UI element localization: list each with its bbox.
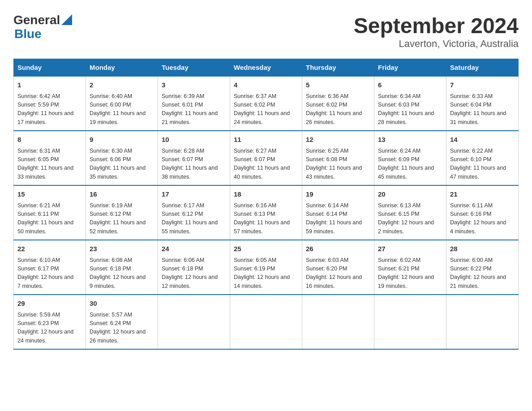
table-row [374,295,446,349]
day-info: Sunrise: 6:42 AM Sunset: 5:59 PM Dayligh… [17,92,82,127]
day-number: 21 [450,189,515,200]
table-row: 20 Sunrise: 6:13 AM Sunset: 6:15 PM Dayl… [374,185,446,240]
day-info: Sunrise: 5:59 AM Sunset: 6:23 PM Dayligh… [17,311,82,346]
day-info: Sunrise: 6:22 AM Sunset: 6:10 PM Dayligh… [450,147,515,182]
table-row: 19 Sunrise: 6:14 AM Sunset: 6:14 PM Dayl… [302,185,374,240]
day-number: 13 [378,135,442,145]
table-row: 18 Sunrise: 6:16 AM Sunset: 6:13 PM Dayl… [230,185,302,240]
table-row: 7 Sunrise: 6:33 AM Sunset: 6:04 PM Dayli… [446,76,519,131]
col-tuesday: Tuesday [158,59,230,77]
table-row: 8 Sunrise: 6:31 AM Sunset: 6:05 PM Dayli… [14,131,86,185]
logo-text-blue: Blue [14,27,72,41]
table-row: 21 Sunrise: 6:11 AM Sunset: 6:16 PM Dayl… [446,185,519,240]
col-wednesday: Wednesday [230,59,302,77]
day-info: Sunrise: 6:11 AM Sunset: 6:16 PM Dayligh… [450,201,515,236]
svg-marker-0 [61,14,72,25]
table-row: 17 Sunrise: 6:17 AM Sunset: 6:12 PM Dayl… [158,185,230,240]
table-row: 14 Sunrise: 6:22 AM Sunset: 6:10 PM Dayl… [446,131,519,185]
day-number: 30 [90,299,154,309]
day-info: Sunrise: 6:21 AM Sunset: 6:11 PM Dayligh… [17,201,82,236]
day-number: 15 [17,189,82,200]
table-row: 13 Sunrise: 6:24 AM Sunset: 6:09 PM Dayl… [374,131,446,185]
col-thursday: Thursday [302,59,374,77]
table-row [158,295,230,349]
table-row: 5 Sunrise: 6:36 AM Sunset: 6:02 PM Dayli… [302,76,374,131]
col-monday: Monday [86,59,158,77]
table-row: 23 Sunrise: 6:08 AM Sunset: 6:18 PM Dayl… [86,240,158,295]
day-number: 7 [450,80,515,90]
calendar-table: Sunday Monday Tuesday Wednesday Thursday… [13,59,519,350]
day-number: 10 [162,135,226,145]
day-info: Sunrise: 6:08 AM Sunset: 6:18 PM Dayligh… [90,256,154,291]
day-info: Sunrise: 6:06 AM Sunset: 6:18 PM Dayligh… [162,256,226,291]
table-row: 6 Sunrise: 6:34 AM Sunset: 6:03 PM Dayli… [374,76,446,131]
table-row [230,295,302,349]
month-title: September 2024 [354,13,519,38]
day-number: 29 [17,299,82,309]
day-number: 3 [162,80,226,90]
table-row: 4 Sunrise: 6:37 AM Sunset: 6:02 PM Dayli… [230,76,302,131]
day-info: Sunrise: 6:30 AM Sunset: 6:06 PM Dayligh… [90,147,154,182]
col-saturday: Saturday [446,59,519,77]
day-number: 16 [90,189,154,200]
day-info: Sunrise: 6:28 AM Sunset: 6:07 PM Dayligh… [162,147,226,182]
col-friday: Friday [374,59,446,77]
table-row: 11 Sunrise: 6:27 AM Sunset: 6:07 PM Dayl… [230,131,302,185]
day-info: Sunrise: 6:24 AM Sunset: 6:09 PM Dayligh… [378,147,442,182]
day-info: Sunrise: 6:31 AM Sunset: 6:05 PM Dayligh… [17,147,82,182]
day-info: Sunrise: 6:33 AM Sunset: 6:04 PM Dayligh… [450,92,515,127]
calendar-header-row: Sunday Monday Tuesday Wednesday Thursday… [14,59,519,77]
day-info: Sunrise: 6:39 AM Sunset: 6:01 PM Dayligh… [162,92,226,127]
table-row: 2 Sunrise: 6:40 AM Sunset: 6:00 PM Dayli… [86,76,158,131]
day-info: Sunrise: 6:19 AM Sunset: 6:12 PM Dayligh… [90,201,154,236]
table-row: 22 Sunrise: 6:10 AM Sunset: 6:17 PM Dayl… [14,240,86,295]
logo: General Blue [13,13,72,41]
day-info: Sunrise: 6:03 AM Sunset: 6:20 PM Dayligh… [306,256,370,291]
table-row: 1 Sunrise: 6:42 AM Sunset: 5:59 PM Dayli… [14,76,86,131]
day-info: Sunrise: 6:13 AM Sunset: 6:15 PM Dayligh… [378,201,442,236]
day-number: 4 [234,80,298,90]
day-info: Sunrise: 6:14 AM Sunset: 6:14 PM Dayligh… [306,201,370,236]
day-info: Sunrise: 6:34 AM Sunset: 6:03 PM Dayligh… [378,92,442,127]
table-row: 15 Sunrise: 6:21 AM Sunset: 6:11 PM Dayl… [14,185,86,240]
table-row: 28 Sunrise: 6:00 AM Sunset: 6:22 PM Dayl… [446,240,519,295]
table-row: 29 Sunrise: 5:59 AM Sunset: 6:23 PM Dayl… [14,295,86,349]
day-number: 2 [90,80,154,90]
logo-text-general: General [13,13,60,27]
table-row: 16 Sunrise: 6:19 AM Sunset: 6:12 PM Dayl… [86,185,158,240]
day-info: Sunrise: 6:10 AM Sunset: 6:17 PM Dayligh… [17,256,82,291]
table-row: 9 Sunrise: 6:30 AM Sunset: 6:06 PM Dayli… [86,131,158,185]
day-info: Sunrise: 6:00 AM Sunset: 6:22 PM Dayligh… [450,256,515,291]
table-row: 26 Sunrise: 6:03 AM Sunset: 6:20 PM Dayl… [302,240,374,295]
day-number: 19 [306,189,370,200]
day-info: Sunrise: 6:02 AM Sunset: 6:21 PM Dayligh… [378,256,442,291]
day-number: 6 [378,80,442,90]
table-row: 3 Sunrise: 6:39 AM Sunset: 6:01 PM Dayli… [158,76,230,131]
table-row: 12 Sunrise: 6:25 AM Sunset: 6:08 PM Dayl… [302,131,374,185]
day-number: 20 [378,189,442,200]
day-info: Sunrise: 6:25 AM Sunset: 6:08 PM Dayligh… [306,147,370,182]
day-number: 23 [90,244,154,254]
day-number: 24 [162,244,226,254]
day-number: 26 [306,244,370,254]
day-info: Sunrise: 6:37 AM Sunset: 6:02 PM Dayligh… [234,92,298,127]
table-row: 25 Sunrise: 6:05 AM Sunset: 6:19 PM Dayl… [230,240,302,295]
day-number: 17 [162,189,226,200]
day-info: Sunrise: 6:27 AM Sunset: 6:07 PM Dayligh… [234,147,298,182]
table-row [302,295,374,349]
day-info: Sunrise: 6:16 AM Sunset: 6:13 PM Dayligh… [234,201,298,236]
day-number: 5 [306,80,370,90]
title-block: September 2024 Laverton, Victoria, Austr… [354,13,519,50]
day-info: Sunrise: 5:57 AM Sunset: 6:24 PM Dayligh… [90,311,154,346]
day-number: 22 [17,244,82,254]
logo-triangle-icon [61,14,72,25]
location-title: Laverton, Victoria, Australia [354,38,519,50]
day-info: Sunrise: 6:17 AM Sunset: 6:12 PM Dayligh… [162,201,226,236]
table-row: 24 Sunrise: 6:06 AM Sunset: 6:18 PM Dayl… [158,240,230,295]
table-row: 30 Sunrise: 5:57 AM Sunset: 6:24 PM Dayl… [86,295,158,349]
col-sunday: Sunday [14,59,86,77]
table-row [446,295,519,349]
day-number: 9 [90,135,154,145]
day-info: Sunrise: 6:40 AM Sunset: 6:00 PM Dayligh… [90,92,154,127]
day-number: 14 [450,135,515,145]
